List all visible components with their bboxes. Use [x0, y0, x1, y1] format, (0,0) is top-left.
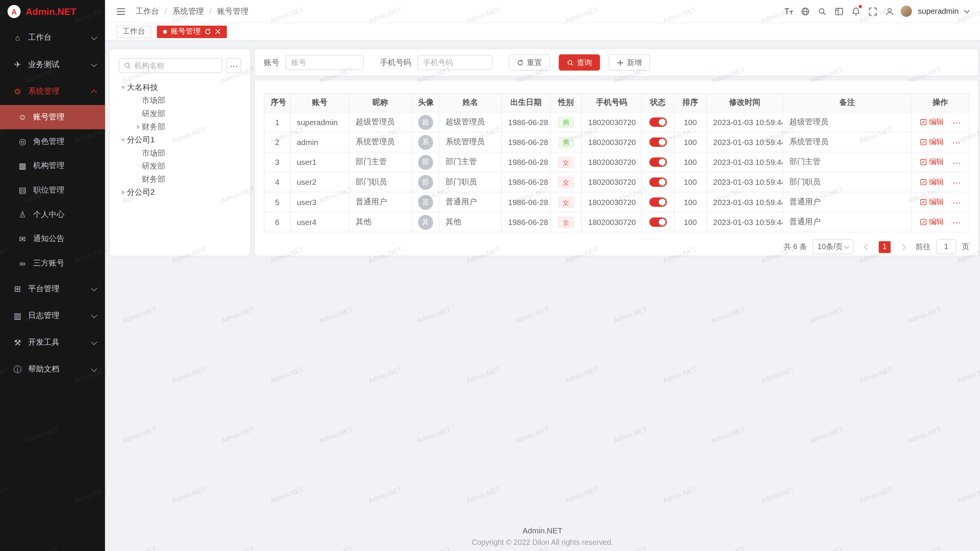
tree-node[interactable]: 大名科技	[119, 81, 241, 94]
edit-button[interactable]: 编辑	[920, 217, 944, 228]
sidebar-item-thirdparty-account[interactable]: ∞ 三方账号	[0, 251, 105, 276]
tree-caret-icon[interactable]	[120, 84, 127, 91]
status-toggle[interactable]	[649, 217, 667, 227]
tree-caret-icon[interactable]	[135, 150, 142, 157]
fullscreen-icon[interactable]	[867, 4, 879, 19]
status-toggle[interactable]	[649, 197, 667, 207]
tree-caret-icon[interactable]	[120, 189, 127, 196]
add-button[interactable]: 新增	[609, 54, 650, 70]
bell-icon[interactable]	[850, 4, 862, 19]
more-actions-icon[interactable]: ⋯	[952, 158, 960, 167]
tree-node[interactable]: 分公司1	[119, 134, 241, 147]
sidebar-item-help-docs[interactable]: ⓘ 帮助文档	[0, 356, 105, 383]
status-toggle[interactable]	[649, 137, 667, 147]
search-button[interactable]: 查询	[559, 54, 600, 70]
sidebar-item-role-management[interactable]: ◎ 角色管理	[0, 129, 105, 154]
column-header[interactable]: 出生日期	[501, 93, 550, 112]
tree-caret-icon[interactable]	[120, 137, 127, 144]
column-header[interactable]: 状态	[642, 93, 674, 112]
sidebar-item-org-management[interactable]: ▦ 机构管理	[0, 154, 105, 178]
user-icon[interactable]	[884, 4, 896, 19]
breadcrumb-item[interactable]: 工作台	[136, 6, 172, 17]
more-actions-icon[interactable]: ⋯	[952, 198, 960, 207]
tree-node[interactable]: 财务部	[119, 173, 241, 186]
close-icon[interactable]	[215, 29, 221, 34]
role-icon: ◎	[18, 137, 28, 146]
column-header[interactable]: 姓名	[439, 93, 501, 112]
sidebar-item-log-management[interactable]: ▥ 日志管理	[0, 302, 105, 329]
username[interactable]: superadmin	[918, 7, 959, 16]
more-options-button[interactable]: ⋯	[226, 58, 241, 73]
cell-modified-time: 2023-01-03 10:59:44	[707, 192, 783, 212]
more-actions-icon[interactable]: ⋯	[952, 178, 960, 187]
more-actions-icon[interactable]: ⋯	[952, 118, 960, 127]
status-toggle[interactable]	[649, 158, 667, 167]
edit-button[interactable]: 编辑	[920, 197, 944, 207]
more-actions-icon[interactable]: ⋯	[952, 218, 960, 227]
status-toggle[interactable]	[649, 117, 667, 127]
sidebar-item-position-management[interactable]: ▤ 职位管理	[0, 178, 105, 202]
user-avatar[interactable]	[900, 6, 911, 17]
globe-icon[interactable]	[799, 4, 812, 19]
tab-label: 工作台	[122, 26, 145, 37]
more-actions-icon[interactable]: ⋯	[952, 138, 960, 147]
font-size-icon[interactable]	[782, 4, 795, 19]
sidebar-item-personal-center[interactable]: ♙ 个人中心	[0, 202, 105, 227]
breadcrumb-item[interactable]: 账号管理	[217, 6, 248, 17]
tab-account-management[interactable]: 账号管理	[157, 25, 227, 38]
edit-button[interactable]: 编辑	[920, 117, 944, 127]
tree-caret-icon[interactable]	[135, 111, 142, 117]
reset-button[interactable]: 重置	[509, 54, 550, 70]
phone-input[interactable]	[418, 55, 493, 70]
sidebar-item-system-management[interactable]: ⚙ 系统管理	[0, 78, 105, 105]
breadcrumb-item[interactable]: 系统管理	[173, 6, 217, 17]
sidebar-item-dev-tools[interactable]: ⚒ 开发工具	[0, 329, 105, 356]
tree-node[interactable]: 研发部	[119, 160, 241, 173]
column-header[interactable]: 性别	[550, 93, 582, 112]
tree-node[interactable]: 市场部	[119, 147, 241, 160]
sidebar-item-workbench[interactable]: ⌂ 工作台	[0, 24, 105, 51]
prev-page-button[interactable]	[859, 240, 873, 254]
column-header[interactable]: 备注	[783, 93, 911, 112]
cell-sex: 男	[550, 112, 582, 132]
tab-workbench[interactable]: 工作台	[116, 25, 151, 38]
edit-button[interactable]: 编辑	[920, 157, 944, 168]
column-header[interactable]: 账号	[290, 93, 349, 112]
edit-button[interactable]: 编辑	[920, 137, 944, 148]
column-header[interactable]: 修改时间	[707, 93, 783, 112]
column-header[interactable]: 手机号码	[581, 93, 642, 112]
tree-caret-icon[interactable]	[135, 176, 142, 183]
column-header[interactable]: 昵称	[349, 93, 412, 112]
tree-caret-icon[interactable]	[135, 163, 142, 170]
tree-node[interactable]: 市场部	[119, 95, 241, 108]
chevron-down-icon[interactable]	[963, 4, 971, 19]
layout-theme-icon[interactable]	[833, 4, 846, 19]
sidebar-item-notice[interactable]: ✉ 通知公告	[0, 227, 105, 251]
sidebar-item-business-test[interactable]: ✈ 业务测试	[0, 51, 105, 78]
tree-caret-icon[interactable]	[135, 98, 142, 104]
column-header[interactable]: 头像	[412, 93, 439, 112]
column-header[interactable]: 排序	[674, 93, 707, 112]
topbar-actions: superadmin	[782, 4, 971, 19]
edit-button[interactable]: 编辑	[920, 177, 944, 187]
tree-node[interactable]: 分公司2	[119, 186, 241, 199]
sex-tag: 男	[558, 116, 574, 127]
status-toggle[interactable]	[649, 178, 667, 187]
goto-page-input[interactable]	[936, 239, 956, 254]
tree-node[interactable]: 研发部	[119, 108, 241, 121]
menu-collapse-icon[interactable]	[114, 4, 127, 19]
account-input[interactable]	[286, 55, 364, 70]
next-page-button[interactable]	[896, 240, 910, 254]
page-number-button[interactable]: 1	[879, 241, 891, 253]
refresh-icon[interactable]	[204, 28, 211, 35]
tree-node[interactable]: 财务部	[119, 121, 241, 134]
column-header[interactable]: 序号	[264, 93, 291, 112]
column-header[interactable]: 操作	[911, 93, 969, 112]
org-search-input[interactable]	[134, 61, 217, 70]
sidebar-item-account-management[interactable]: ☺ 账号管理	[0, 105, 105, 129]
search-icon[interactable]	[816, 4, 829, 19]
page-size-select[interactable]: 10条/页	[812, 239, 854, 254]
tree-caret-icon[interactable]	[135, 124, 142, 130]
org-tree-panel: ⋯ 大名科技 市场部	[110, 49, 250, 256]
sidebar-item-platform-management[interactable]: ⊞ 平台管理	[0, 276, 105, 302]
